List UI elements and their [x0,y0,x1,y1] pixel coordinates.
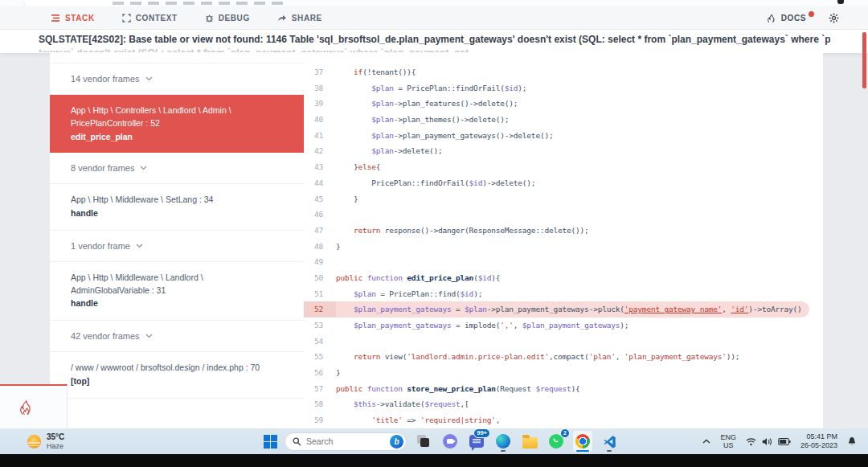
chrome-button[interactable] [573,431,592,452]
file-explorer-button[interactable] [520,431,539,452]
line-number: 37 [304,64,336,80]
vendor-frames-group[interactable]: 42 vendor frames [50,321,304,352]
tab-stack[interactable]: STACK [51,14,95,23]
tab-share[interactable]: SHARE [277,14,322,23]
frame-method: handle [71,207,283,220]
vendor-frames-label: 42 vendor frames [71,331,140,341]
system-tray[interactable] [746,437,791,446]
line-content: $plan_payment_gateways = $plan->plan_pay… [336,301,809,317]
line-content: $plan = PricePlan::findOrFail($id); [336,80,823,96]
stack-frame[interactable]: App \ Http \ Middleware \ Landlord \ Adm… [50,262,304,321]
tab-context[interactable]: CONTEXT [122,14,178,23]
whatsapp-button[interactable]: 2 [547,431,566,452]
vscode-running-indicator [607,450,612,452]
start-button[interactable] [264,435,277,449]
settings-button[interactable] [829,13,839,23]
edge-icon [496,434,510,449]
chevron-down-icon [145,334,153,338]
line-content: $plan = PricePlan::find($id); [336,286,823,302]
line-number: 43 [304,159,336,175]
page-scrollbar-thumb[interactable] [862,32,866,88]
line-content: }else{ [336,159,823,175]
code-line: 46 [304,207,823,223]
error-message-continuation: teways` doesn't exist (SQL: select * fro… [39,47,830,52]
code-line: 51 $plan = PricePlan::find($id); [304,286,823,302]
line-content: return response()->danger(ResponseMessag… [336,223,823,239]
docs-button[interactable]: DOCS [767,14,806,23]
line-number: 46 [304,207,336,223]
docs-label: DOCS [781,14,806,23]
top-cutoff-strip [0,0,868,6]
line-content: $plan->plan_features()->delete(); [336,96,823,112]
frame-method: edit_price_plan [71,131,283,144]
frame-method: [top] [71,375,283,388]
ignition-header: STACK CONTEXT DEBUG SHARE DOCS [0,6,868,53]
line-number: 49 [304,254,336,270]
line-number: 58 [304,396,336,412]
vendor-frames-group[interactable]: 8 vendor frames [50,153,304,184]
notification-center-button[interactable] [847,436,857,447]
chevron-down-icon [136,244,143,248]
vendor-frames-group[interactable]: 1 vendor frame [50,231,304,262]
code-line: 56} [304,365,823,381]
notification-bell-icon [847,436,857,447]
line-number: 38 [304,80,336,96]
tab-bar: STACK CONTEXT DEBUG SHARE DOCS [0,6,868,30]
stack-frame[interactable]: / www / wwwroot / brsoftsol.design / ind… [50,352,304,399]
weather-widget[interactable]: 35°C Haze [27,432,64,450]
task-view-button[interactable] [414,431,433,452]
clock[interactable]: 05:41 PM 26-05-2023 [800,432,837,450]
wifi-icon [746,437,756,446]
teams-chat-button[interactable]: 99+ [467,431,486,452]
line-number: 48 [304,239,336,255]
chat-button[interactable] [440,431,460,452]
line-number: 55 [304,349,336,365]
code-editor-panel: 37 if(!tenant()){38 $plan = PricePlan::f… [304,53,823,428]
bing-icon: b [390,435,403,449]
vendor-frames-group[interactable]: 14 vendor frames [50,63,304,95]
frame-method: handle [71,297,283,310]
chat-icon [443,434,457,449]
line-number: 41 [304,128,336,144]
line-content: return view('landlord.admin.price-plan.e… [336,349,823,365]
edge-button[interactable] [493,431,513,452]
search-input[interactable] [306,436,385,446]
line-content: } [336,365,823,381]
frame-path: App \ Http \ Controllers \ Landlord \ Ad… [71,104,283,130]
line-content: $plan->plan_themes()->delete(); [336,112,823,128]
line-number: 40 [304,112,336,128]
teams-chat-badge: 99+ [473,428,490,438]
line-content: } [336,239,823,255]
screen-bottom-strip [0,454,868,467]
line-number: 39 [304,96,336,112]
stack-frame[interactable]: App \ Http \ Middleware \ SetLang : 34ha… [50,184,304,231]
taskbar-search[interactable]: b [285,432,407,451]
vendor-frames-label: 8 vendor frames [71,163,134,173]
language-switcher[interactable]: ENG US [720,433,736,450]
ignition-logo-box[interactable] [0,384,68,428]
weather-condition: Haze [47,442,64,450]
vscode-button[interactable] [600,431,619,452]
line-content [336,254,823,270]
line-content: $plan->delete(); [336,143,823,159]
frame-path: / www / wwwroot / brsoftsol.design / ind… [71,362,283,375]
screen: STACK CONTEXT DEBUG SHARE DOCS [0,0,868,467]
line-number: 59 [304,412,336,428]
tab-debug[interactable]: DEBUG [205,14,250,23]
line-number: 42 [304,143,336,159]
tab-label: DEBUG [219,14,250,23]
tab-label: SHARE [292,14,322,23]
stack-frame-active[interactable]: App \ Http \ Controllers \ Landlord \ Ad… [50,95,304,153]
top-cutoff-text [113,2,285,5]
tray-overflow-button[interactable] [702,439,710,444]
docs-icon [767,14,776,23]
volume-icon [762,437,772,446]
ignition-flame-icon [18,399,35,416]
line-number: 50 [304,270,336,286]
line-content: $plan->plan_payment_gateways()->delete()… [336,128,823,144]
stack-list: 14 vendor framesApp \ Http \ Controllers… [50,63,304,399]
date: 26-05-2023 [800,441,837,450]
code-line: 59 'title' => 'required|string', [304,412,823,428]
code-line: 38 $plan = PricePlan::findOrFail($id); [304,80,823,96]
code-line: 57public function store_new_price_plan(R… [304,381,823,397]
